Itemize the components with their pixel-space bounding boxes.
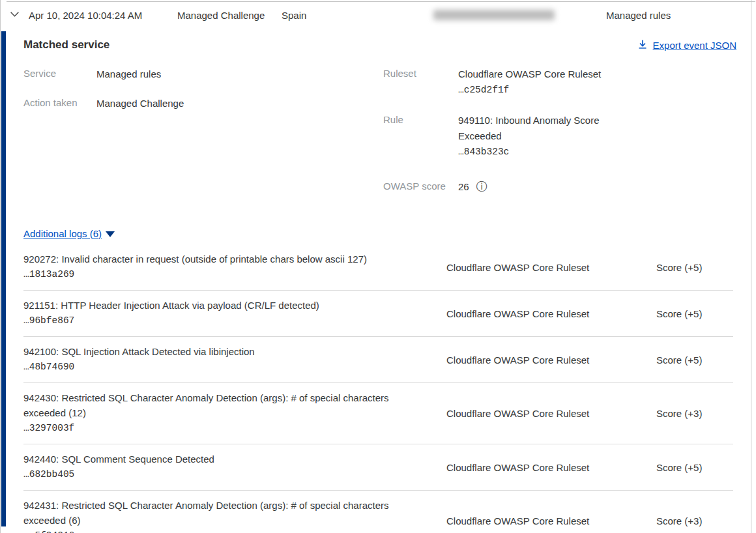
log-ruleset: Cloudflare OWASP Core Ruleset	[431, 515, 641, 526]
event-timestamp: Apr 10, 2024 10:04:24 AM	[29, 10, 177, 21]
export-event-json-label: Export event JSON	[653, 40, 736, 51]
export-event-json-link[interactable]: Export event JSON	[637, 39, 736, 51]
log-rule-title: 921151: HTTP Header Injection Attack via…	[23, 298, 431, 313]
log-rule-hash: …96bfe867	[23, 313, 431, 329]
collapse-row-button[interactable]	[9, 8, 29, 22]
action-taken-label: Action taken	[23, 96, 96, 111]
redacted-host-value	[433, 10, 555, 20]
log-rule-hash: …1813a269	[23, 266, 431, 283]
additional-logs-label: Additional logs (6)	[23, 228, 102, 239]
log-rule-hash: …3297003f	[23, 420, 431, 437]
action-taken-field: Action taken Managed Challenge	[23, 96, 383, 111]
log-rule-title: 942440: SQL Comment Sequence Detected	[23, 452, 431, 467]
event-detail-panel: Apr 10, 2024 10:04:24 AM Managed Challen…	[0, 0, 756, 533]
owasp-score-field: OWASP score 26 ⓘ	[383, 179, 756, 194]
log-row: 921151: HTTP Header Injection Attack via…	[23, 291, 733, 337]
log-row: 942431: Restricted SQL Character Anomaly…	[23, 491, 733, 533]
log-score: Score (+3)	[641, 515, 733, 526]
log-score: Score (+5)	[641, 308, 733, 319]
log-ruleset: Cloudflare OWASP Core Ruleset	[431, 462, 641, 473]
log-rule-title: 942431: Restricted SQL Character Anomaly…	[23, 498, 431, 528]
log-rule-title: 942100: SQL Injection Attack Detected vi…	[23, 344, 431, 359]
log-rule-title: 920272: Invalid character in request (ou…	[23, 252, 431, 266]
log-score: Score (+5)	[641, 354, 733, 366]
panel-left-border	[0, 0, 1, 533]
service-value: Managed rules	[96, 66, 161, 82]
ruleset-label: Ruleset	[383, 66, 458, 98]
rule-value: 949110: Inbound Anomaly Score Exceeded	[458, 113, 615, 144]
log-ruleset: Cloudflare OWASP Core Ruleset	[431, 354, 641, 366]
owasp-score-label: OWASP score	[383, 179, 458, 194]
log-score: Score (+5)	[641, 262, 733, 273]
log-rule-hash: …682bb405	[23, 467, 431, 483]
rule-id-hash: …843b323c	[458, 144, 615, 160]
event-service: Managed rules	[606, 10, 671, 21]
log-score: Score (+5)	[641, 462, 733, 473]
service-label: Service	[23, 66, 96, 82]
log-row: 920272: Invalid character in request (ou…	[23, 244, 733, 291]
log-row: 942440: SQL Comment Sequence Detected …6…	[23, 444, 733, 491]
ruleset-id-hash: …c25d2f1f	[458, 82, 601, 98]
log-ruleset: Cloudflare OWASP Core Ruleset	[431, 262, 641, 273]
panel-top-border	[7, 1, 755, 2]
download-icon	[637, 39, 648, 51]
panel-right-border	[751, 0, 751, 533]
additional-logs-toggle[interactable]: Additional logs (6)	[23, 228, 756, 239]
log-ruleset: Cloudflare OWASP Core Ruleset	[431, 408, 641, 419]
matched-service-heading: Matched service	[23, 38, 109, 51]
ruleset-value: Cloudflare OWASP Core Ruleset	[458, 66, 601, 82]
rule-label: Rule	[383, 113, 458, 160]
log-row: 942430: Restricted SQL Character Anomaly…	[23, 383, 733, 444]
log-rule-hash: …e5f94216	[23, 528, 431, 533]
action-taken-value: Managed Challenge	[96, 96, 184, 111]
log-row: 942100: SQL Injection Attack Detected vi…	[23, 337, 733, 383]
service-field: Service Managed rules	[23, 66, 383, 82]
info-icon[interactable]: ⓘ	[476, 181, 487, 192]
additional-logs-table: 920272: Invalid character in request (ou…	[23, 244, 733, 533]
chevron-down-icon	[9, 8, 20, 22]
log-rule-title: 942430: Restricted SQL Character Anomaly…	[23, 390, 431, 420]
log-score: Score (+3)	[641, 408, 733, 419]
triangle-down-icon	[106, 231, 115, 237]
event-summary-row[interactable]: Apr 10, 2024 10:04:24 AM Managed Challen…	[0, 0, 756, 30]
ruleset-field: Ruleset Cloudflare OWASP Core Ruleset …c…	[383, 66, 756, 98]
event-country: Spain	[282, 10, 433, 21]
expanded-row-indicator-bar	[1, 31, 6, 526]
event-action: Managed Challenge	[177, 10, 282, 21]
log-rule-hash: …48b74690	[23, 359, 431, 375]
log-ruleset: Cloudflare OWASP Core Ruleset	[431, 308, 641, 319]
owasp-score-value: 26	[458, 181, 469, 192]
rule-field: Rule 949110: Inbound Anomaly Score Excee…	[383, 113, 756, 160]
